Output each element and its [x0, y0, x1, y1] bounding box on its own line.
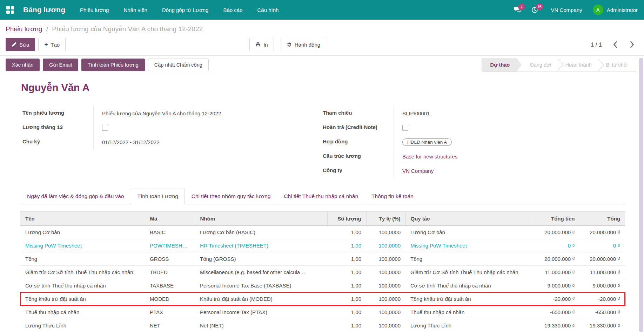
activities-icon[interactable]: 15: [531, 7, 538, 13]
cell-rate[interactable]: 100,0000: [366, 239, 405, 252]
col-so-luong[interactable]: Số lượng: [327, 212, 366, 226]
cell-rule[interactable]: Thuế thu nhập cá nhân: [405, 306, 533, 319]
tab-worked-days[interactable]: Ngày đã làm việc & đóng góp & đầu vào: [20, 189, 131, 204]
compute-sheet-button[interactable]: Tính toán Phiếu lương: [81, 59, 145, 71]
scrollbar-thumb[interactable]: [639, 58, 643, 332]
cell-group[interactable]: Tổng (GROSS): [195, 252, 327, 266]
hoan-tra-checkbox[interactable]: [402, 125, 408, 131]
update-attendance-button[interactable]: Cập nhật Chấm công: [148, 59, 209, 71]
cell-qty[interactable]: 1,00: [327, 239, 366, 252]
cell-name[interactable]: Missing PoW Timesheet: [20, 239, 145, 252]
cell-qty[interactable]: 1,00: [327, 266, 366, 279]
tab-salary-computation[interactable]: Tính toán Lương: [131, 189, 185, 204]
cell-code[interactable]: BASIC: [145, 226, 195, 239]
cell-amount[interactable]: 19.330.000 ₫: [533, 319, 580, 332]
menu-nhan-vien[interactable]: Nhân viên: [123, 7, 147, 13]
table-row[interactable]: Cơ sở tính Thuế thu nhập cá nhânTAXBASEP…: [20, 279, 625, 292]
luong-thang-13-checkbox[interactable]: [102, 125, 108, 131]
cell-rule[interactable]: Cơ sở tính Thuế thu nhập cá nhân: [405, 279, 533, 292]
cell-rate[interactable]: 100,0000: [366, 279, 405, 292]
send-email-button[interactable]: Gửi Email: [43, 59, 78, 71]
menu-phieu-luong[interactable]: Phiếu lương: [80, 7, 109, 13]
cell-amount[interactable]: 0 ₫: [533, 239, 580, 252]
menu-bao-cao[interactable]: Báo cáo: [223, 7, 242, 13]
contract-tag[interactable]: HĐLĐ Nhân viên A: [402, 138, 452, 146]
table-row[interactable]: Missing PoW TimesheetPOWTIMESHE…HR Times…: [20, 239, 625, 252]
cell-qty[interactable]: 1,00: [327, 252, 366, 266]
col-nhom[interactable]: Nhóm: [195, 212, 327, 226]
app-name[interactable]: Bảng lương: [23, 6, 65, 14]
apps-grid-icon[interactable]: [6, 6, 14, 14]
cell-rule[interactable]: Tổng: [405, 252, 533, 266]
cell-rule[interactable]: Lương Thực Lĩnh: [405, 319, 533, 332]
tab-details-by-rule-category[interactable]: Chi tiết theo nhóm quy tắc lương: [185, 189, 277, 204]
cell-amount[interactable]: 11.000.000 ₫: [533, 266, 580, 279]
cell-name[interactable]: Lương Thực Lĩnh: [20, 319, 145, 332]
cell-group[interactable]: Net (NET): [195, 319, 327, 332]
cell-amount[interactable]: 20.000.000 ₫: [533, 252, 580, 266]
cell-qty[interactable]: 1,00: [327, 306, 366, 319]
user-menu[interactable]: A Administrator: [593, 5, 638, 15]
cell-qty[interactable]: 1,00: [327, 292, 366, 306]
cell-amount[interactable]: -20.000 ₫: [533, 292, 580, 306]
pager-next-icon[interactable]: [630, 41, 634, 48]
cell-rate[interactable]: 100,0000: [366, 292, 405, 306]
cell-total[interactable]: 0 ₫: [580, 239, 625, 252]
cell-code[interactable]: TAXBASE: [145, 279, 195, 292]
state-draft[interactable]: Dự thảo: [482, 58, 522, 72]
cell-name[interactable]: Tổng khấu trừ đặt suất ăn: [20, 292, 145, 306]
cell-code[interactable]: PTAX: [145, 306, 195, 319]
tab-personal-income-tax[interactable]: Chi tiết Thuế thu nhập cá nhân: [277, 189, 365, 204]
cell-rate[interactable]: 100,0000: [366, 266, 405, 279]
cell-name[interactable]: Lương Cơ bản: [20, 226, 145, 239]
cell-total[interactable]: 20.000.000 ₫: [580, 226, 625, 239]
cell-total[interactable]: -650.000 ₫: [580, 306, 625, 319]
cell-total[interactable]: 19.330.000 ₫: [580, 319, 625, 332]
edit-button[interactable]: Sửa: [6, 38, 35, 51]
company-link[interactable]: VN Company: [402, 168, 434, 174]
confirm-button[interactable]: Xác nhận: [6, 59, 40, 71]
table-row[interactable]: Lương Cơ bảnBASICLương Cơ bản (BASIC)1,0…: [20, 226, 625, 239]
cell-name[interactable]: Thuế thu nhập cá nhân: [20, 306, 145, 319]
table-row[interactable]: Giảm trừ Cơ Sở tính Thuế Thu nhập các nh…: [20, 266, 625, 279]
cell-code[interactable]: POWTIMESHE…: [145, 239, 195, 252]
col-tong-tien[interactable]: Tổng tiền: [533, 212, 580, 226]
cell-qty[interactable]: 1,00: [327, 319, 366, 332]
cell-qty[interactable]: 1,00: [327, 279, 366, 292]
pager-previous-icon[interactable]: [613, 41, 617, 48]
cell-group[interactable]: Personal Income Tax Base (TAXBASE): [195, 279, 327, 292]
cell-code[interactable]: NET: [145, 319, 195, 332]
cell-amount[interactable]: 9.000.000 ₫: [533, 279, 580, 292]
messages-icon[interactable]: 7: [514, 7, 521, 13]
cell-name[interactable]: Giảm trừ Cơ Sở tính Thuế Thu nhập các nh…: [20, 266, 145, 279]
menu-cau-hinh[interactable]: Cấu hình: [257, 7, 279, 13]
cell-group[interactable]: HR Timesheet (TIMESHEET): [195, 239, 327, 252]
print-button[interactable]: In: [249, 38, 274, 51]
cell-code[interactable]: GROSS: [145, 252, 195, 266]
cell-rule[interactable]: Giảm trừ Cơ Sở tính Thuế Thu nhập các nh…: [405, 266, 533, 279]
action-menu-button[interactable]: Hành động: [281, 38, 326, 51]
cell-rate[interactable]: 100,0000: [366, 226, 405, 239]
create-button[interactable]: + Tạo: [38, 38, 66, 51]
cell-total[interactable]: -20.000 ₫: [580, 292, 625, 306]
cell-code[interactable]: MODED: [145, 292, 195, 306]
cell-amount[interactable]: 20.000.000 ₫: [533, 226, 580, 239]
cell-code[interactable]: TBDED: [145, 266, 195, 279]
col-ten[interactable]: Tên: [20, 212, 145, 226]
table-row[interactable]: Lương Thực LĩnhNETNet (NET)1,00100,0000L…: [20, 319, 625, 332]
col-quy-tac[interactable]: Quy tắc: [405, 212, 533, 226]
col-tong[interactable]: Tổng: [580, 212, 625, 226]
cell-qty[interactable]: 1,00: [327, 226, 366, 239]
cell-rule[interactable]: Lương Cơ bản: [405, 226, 533, 239]
tab-accounting-info[interactable]: Thông tin kế toán: [365, 189, 420, 204]
structure-link[interactable]: Base for new structures: [402, 154, 458, 160]
cell-total[interactable]: 9.000.000 ₫: [580, 279, 625, 292]
cell-group[interactable]: Personal Income Tax (PTAX): [195, 306, 327, 319]
table-row-highlighted[interactable]: Tổng khấu trừ đặt suất ănMODEDKhấu trừ đ…: [20, 292, 625, 306]
col-ma[interactable]: Mã: [145, 212, 195, 226]
cell-rate[interactable]: 100,0000: [366, 319, 405, 332]
company-switcher[interactable]: VN Company: [551, 7, 582, 13]
cell-name[interactable]: Cơ sở tính Thuế thu nhập cá nhân: [20, 279, 145, 292]
cell-rate[interactable]: 100,0000: [366, 306, 405, 319]
menu-dong-gop-tu-luong[interactable]: Đóng góp từ Lương: [162, 7, 209, 13]
